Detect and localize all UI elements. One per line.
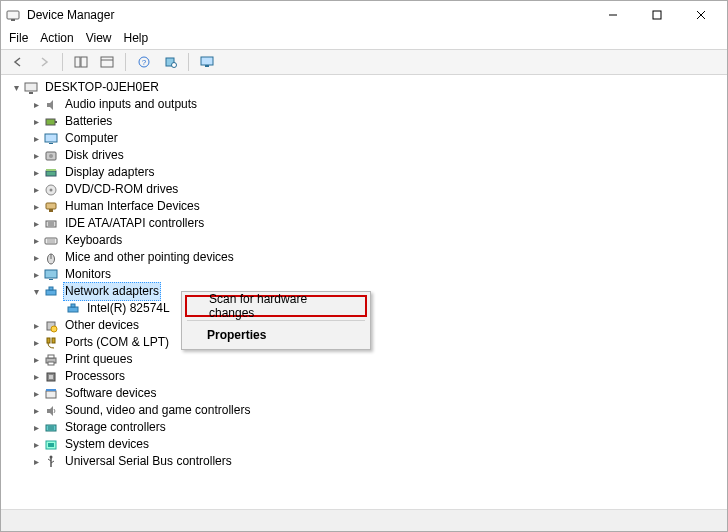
show-hide-tree-button[interactable] [70, 51, 92, 73]
svg-rect-19 [55, 121, 57, 123]
context-menu: Scan for hardware changes Properties [181, 291, 371, 350]
toolbar-separator [125, 53, 126, 71]
tree-item[interactable]: ▸System devices [5, 436, 727, 453]
tree-item[interactable]: ▸IDE ATA/ATAPI controllers [5, 215, 727, 232]
svg-rect-29 [49, 209, 53, 212]
tree-item[interactable]: ▸Software devices [5, 385, 727, 402]
expand-icon[interactable]: ▸ [29, 198, 43, 215]
maximize-button[interactable] [635, 1, 679, 29]
help-button[interactable]: ? [133, 51, 155, 73]
expand-icon[interactable]: ▸ [29, 436, 43, 453]
tree-item[interactable]: ▸Storage controllers [5, 419, 727, 436]
window-controls [591, 1, 723, 29]
toolbar: ? [1, 49, 727, 75]
svg-rect-52 [49, 375, 53, 379]
expand-icon[interactable]: ▸ [29, 334, 43, 351]
tree-item-label: DVD/CD-ROM drives [63, 181, 180, 198]
tree-root[interactable]: ▾ DESKTOP-0JEH0ER [5, 79, 727, 96]
expand-icon[interactable]: ▸ [29, 249, 43, 266]
expand-icon[interactable]: ▸ [29, 385, 43, 402]
ctx-scan-hardware[interactable]: Scan for hardware changes [185, 295, 367, 317]
expand-icon[interactable]: ▸ [29, 130, 43, 147]
back-button[interactable] [7, 51, 29, 73]
tree-item-label: Monitors [63, 266, 113, 283]
display-icon [43, 165, 59, 181]
usb-icon [43, 454, 59, 470]
svg-rect-53 [46, 391, 56, 398]
tree-item[interactable]: ▸Universal Serial Bus controllers [5, 453, 727, 470]
tree-item[interactable]: ▸Mice and other pointing devices [5, 249, 727, 266]
expand-icon[interactable]: ▸ [29, 181, 43, 198]
tree-item[interactable]: ▸Display adapters [5, 164, 727, 181]
expand-icon[interactable]: ▾ [9, 79, 23, 96]
tree-item-label: Computer [63, 130, 120, 147]
svg-text:?: ? [142, 58, 147, 67]
system-icon [43, 437, 59, 453]
tree-item[interactable]: ▸DVD/CD-ROM drives [5, 181, 727, 198]
tree-item-label: Display adapters [63, 164, 156, 181]
menu-view[interactable]: View [86, 31, 112, 45]
statusbar [1, 509, 727, 531]
expand-icon[interactable]: ▸ [29, 419, 43, 436]
expand-icon[interactable]: ▸ [29, 147, 43, 164]
menu-action[interactable]: Action [40, 31, 73, 45]
tree-item[interactable]: ▸Print queues [5, 351, 727, 368]
network-icon [65, 301, 81, 317]
expand-icon[interactable]: ▸ [29, 113, 43, 130]
svg-point-61 [50, 455, 53, 458]
menubar: File Action View Help [1, 29, 727, 49]
tree-item[interactable]: ▸Computer [5, 130, 727, 147]
svg-rect-59 [48, 443, 54, 447]
expand-icon[interactable]: ▸ [29, 232, 43, 249]
tree-item[interactable]: ▸Monitors [5, 266, 727, 283]
expand-icon[interactable]: ▸ [29, 96, 43, 113]
svg-rect-55 [46, 425, 56, 431]
tree-item-label: Mice and other pointing devices [63, 249, 236, 266]
ctx-item-label: Properties [207, 328, 266, 342]
titlebar: Device Manager [1, 1, 727, 29]
tree-item[interactable]: ▸Sound, video and game controllers [5, 402, 727, 419]
svg-rect-3 [653, 11, 661, 19]
expand-icon[interactable]: ▸ [29, 402, 43, 419]
expand-icon[interactable]: ▸ [29, 215, 43, 232]
ctx-properties[interactable]: Properties [185, 324, 367, 346]
expand-icon[interactable]: ▸ [29, 368, 43, 385]
svg-rect-0 [7, 11, 19, 19]
forward-button[interactable] [33, 51, 55, 73]
properties-button[interactable] [96, 51, 118, 73]
expand-icon[interactable]: ▸ [29, 351, 43, 368]
minimize-button[interactable] [591, 1, 635, 29]
close-button[interactable] [679, 1, 723, 29]
root-label: DESKTOP-0JEH0ER [43, 79, 161, 96]
audio-icon [43, 97, 59, 113]
computer-icon [23, 80, 39, 96]
tree-item-label: Print queues [63, 351, 134, 368]
expand-icon[interactable]: ▸ [29, 164, 43, 181]
tree-item[interactable]: ▸Processors [5, 368, 727, 385]
scan-hardware-button[interactable] [159, 51, 181, 73]
svg-rect-28 [46, 203, 56, 209]
tree-item[interactable]: ▸Keyboards [5, 232, 727, 249]
svg-rect-25 [46, 169, 56, 171]
expand-icon[interactable]: ▸ [29, 317, 43, 334]
svg-rect-20 [45, 134, 57, 142]
menu-help[interactable]: Help [124, 31, 149, 45]
optical-icon [43, 182, 59, 198]
tree-item[interactable]: ▸Human Interface Devices [5, 198, 727, 215]
svg-point-13 [172, 63, 177, 68]
svg-rect-38 [45, 270, 57, 278]
svg-rect-15 [205, 65, 209, 67]
toolbar-separator [62, 53, 63, 71]
expand-icon[interactable]: ▸ [29, 453, 43, 470]
collapse-icon[interactable]: ▾ [29, 283, 43, 300]
svg-point-23 [49, 154, 53, 158]
tree-item[interactable]: ▸Audio inputs and outputs [5, 96, 727, 113]
disk-icon [43, 148, 59, 164]
svg-rect-21 [49, 143, 53, 144]
tree-item[interactable]: ▸Disk drives [5, 147, 727, 164]
sound-icon [43, 403, 59, 419]
expand-icon[interactable]: ▸ [29, 266, 43, 283]
tree-item[interactable]: ▸Batteries [5, 113, 727, 130]
monitor-button[interactable] [196, 51, 218, 73]
menu-file[interactable]: File [9, 31, 28, 45]
